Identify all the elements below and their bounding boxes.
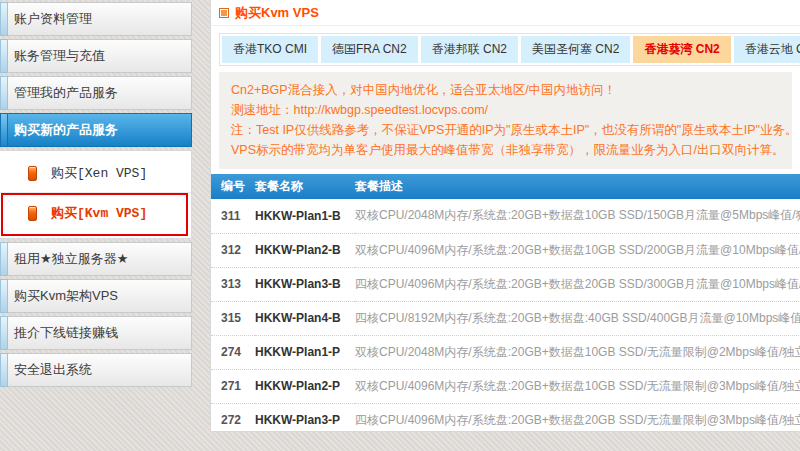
tab-hk-banglian-cn2[interactable]: 香港邦联 CN2	[421, 36, 518, 63]
plan-id: 272	[211, 403, 255, 432]
tab-hk-yundi-cn2[interactable]: 香港云地 CN2	[734, 36, 800, 63]
plan-desc: 双核CPU/2048M内存/系统盘:20GB+数据盘10GB SSD/150GB…	[355, 199, 800, 233]
plan-id: 274	[211, 335, 255, 369]
speedtest-label: 测速地址：	[231, 103, 294, 117]
table-row: 271 HKKW-Plan2-P 双核CPU/4096M内存/系统盘:20GB+…	[211, 369, 800, 403]
table-row: 312 HKKW-Plan2-B 双核CPU/4096M内存/系统盘:20GB+…	[211, 233, 800, 267]
notice-line: Cn2+BGP混合接入，对中国内地优化，适合亚太地区/中国内地访问！	[231, 80, 780, 100]
notice-line: VPS标示的带宽均为单客户使用最大的峰值带宽（非独享带宽），限流量业务为入口/出…	[231, 140, 780, 160]
plan-id: 312	[211, 233, 255, 267]
plan-name: HKKW-Plan1-P	[255, 335, 355, 369]
plan-desc: 双核CPU/4096M内存/系统盘:20GB+数据盘10GB SSD/200GB…	[355, 233, 800, 267]
plan-id: 311	[211, 199, 255, 233]
table-row: 311 HKKW-Plan1-B 双核CPU/2048M内存/系统盘:20GB+…	[211, 199, 800, 233]
submenu-item-label: 购买[Xen VPS]	[51, 164, 147, 182]
sidebar-item-logout[interactable]: 安全退出系统	[0, 353, 192, 387]
notice-line: 测速地址：http://kwbgp.speedtest.locvps.com/	[231, 100, 780, 120]
plan-name: HKKW-Plan3-P	[255, 403, 355, 432]
server-icon	[28, 166, 37, 181]
sidebar-item-referral[interactable]: 推介下线链接赚钱	[0, 316, 192, 350]
notice-box: Cn2+BGP混合接入，对中国内地优化，适合亚太地区/中国内地访问！ 测速地址：…	[219, 72, 792, 169]
sidebar-item-label: 安全退出系统	[14, 361, 92, 379]
sidebar-item-buy-new[interactable]: 购买新的产品服务	[0, 113, 192, 147]
plan-desc: 四核CPU/4096M内存/系统盘:20GB+数据盘20GB SSD/300GB…	[355, 267, 800, 301]
plan-desc: 四核CPU/4096M内存/系统盘:20GB+数据盘20GB SSD/无流量限制…	[355, 403, 800, 432]
table-row: 272 HKKW-Plan3-P 四核CPU/4096M内存/系统盘:20GB+…	[211, 403, 800, 432]
plan-name: HKKW-Plan2-B	[255, 233, 355, 267]
location-tabbar: 香港TKO CMI 德国FRA CN2 香港邦联 CN2 美国圣何塞 CN2 香…	[219, 33, 800, 66]
col-header-desc: 套餐描述	[355, 174, 800, 199]
page-title: 购买Kvm VPS	[235, 4, 319, 22]
plan-name: HKKW-Plan4-B	[255, 301, 355, 335]
table-row: 274 HKKW-Plan1-P 双核CPU/2048M内存/系统盘:20GB+…	[211, 335, 800, 369]
server-icon	[28, 206, 37, 221]
plan-name: HKKW-Plan2-P	[255, 369, 355, 403]
tab-hk-kwaiwan-cn2[interactable]: 香港葵湾 CN2	[633, 36, 730, 63]
window-icon	[219, 8, 229, 18]
sidebar-item-account[interactable]: 账户资料管理	[0, 2, 192, 36]
sidebar-item-label: 购买新的产品服务	[14, 121, 118, 139]
plans-table-header-row: 编号 套餐名称 套餐描述	[211, 174, 800, 199]
plans-table: 编号 套餐名称 套餐描述 311 HKKW-Plan1-B 双核CPU/2048…	[211, 174, 800, 432]
plan-id: 313	[211, 267, 255, 301]
col-header-name: 套餐名称	[255, 174, 355, 199]
sidebar-item-billing[interactable]: 账务管理与充值	[0, 39, 192, 73]
notice-line: 注：Test IP仅供线路参考，不保证VPS开通的IP为"原生或本土IP"，也没…	[231, 120, 780, 140]
page-header: 购买Kvm VPS	[211, 0, 800, 26]
plan-id: 315	[211, 301, 255, 335]
table-row: 315 HKKW-Plan4-B 四核CPU/8192M内存/系统盘:20GB+…	[211, 301, 800, 335]
plan-id: 271	[211, 369, 255, 403]
sidebar-submenu: 购买[Xen VPS] 购买[Kvm VPS]	[0, 150, 192, 239]
submenu-item-buy-kvm-vps[interactable]: 购买[Kvm VPS]	[0, 192, 191, 230]
sidebar-item-label: 推介下线链接赚钱	[14, 324, 118, 342]
sidebar-item-label: 账户资料管理	[14, 10, 92, 28]
plan-desc: 双核CPU/4096M内存/系统盘:20GB+数据盘10GB SSD/无流量限制…	[355, 369, 800, 403]
plan-name: HKKW-Plan3-B	[255, 267, 355, 301]
submenu-item-buy-xen-vps[interactable]: 购买[Xen VPS]	[0, 157, 191, 189]
sidebar: 账户资料管理 账务管理与充值 管理我的产品服务 购买新的产品服务 购买[Xen …	[0, 2, 192, 390]
tab-us-sanjose-cn2[interactable]: 美国圣何塞 CN2	[521, 36, 630, 63]
sidebar-item-dedicated-server[interactable]: 租用★独立服务器★	[0, 242, 192, 276]
tab-de-fra-cn2[interactable]: 德国FRA CN2	[321, 36, 418, 63]
table-row: 313 HKKW-Plan3-B 四核CPU/4096M内存/系统盘:20GB+…	[211, 267, 800, 301]
plan-desc: 四核CPU/8192M内存/系统盘:20GB+数据盘:40GB SSD/400G…	[355, 301, 800, 335]
sidebar-item-label: 购买Kvm架构VPS	[14, 287, 118, 305]
sidebar-item-label: 账务管理与充值	[14, 47, 105, 65]
submenu-item-label: 购买[Kvm VPS]	[51, 204, 147, 222]
speedtest-link[interactable]: http://kwbgp.speedtest.locvps.com/	[294, 103, 489, 117]
sidebar-item-manage-products[interactable]: 管理我的产品服务	[0, 76, 192, 110]
tab-hk-tko-cmi[interactable]: 香港TKO CMI	[222, 36, 318, 63]
plan-desc: 双核CPU/2048M内存/系统盘:20GB+数据盘10GB SSD/无流量限制…	[355, 335, 800, 369]
main-panel: 购买Kvm VPS 香港TKO CMI 德国FRA CN2 香港邦联 CN2 美…	[210, 0, 800, 432]
sidebar-item-label: 管理我的产品服务	[14, 84, 118, 102]
sidebar-item-buy-kvm-arch[interactable]: 购买Kvm架构VPS	[0, 279, 192, 313]
sidebar-item-label: 租用★独立服务器★	[14, 250, 128, 268]
plan-name: HKKW-Plan1-B	[255, 199, 355, 233]
col-header-id: 编号	[211, 174, 255, 199]
